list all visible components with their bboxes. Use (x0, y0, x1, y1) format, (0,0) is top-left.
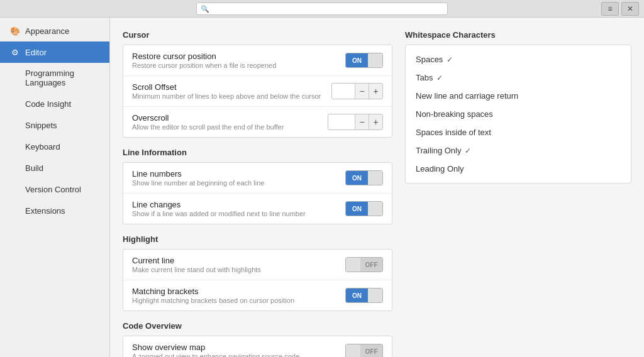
extensions-icon (10, 206, 20, 216)
restore-cursor-row: Restore cursor position Restore cursor p… (123, 45, 392, 76)
left-panel: Cursor Restore cursor position Restore c… (123, 28, 392, 347)
scroll-offset-title: Scroll Offset (132, 82, 324, 92)
line-numbers-toggle-label: ON (346, 171, 368, 185)
whitespace-spaces-label: Spaces (416, 55, 443, 64)
code-overview-settings-group: Show overview map A zoomed out view to e… (123, 336, 392, 357)
whitespace-newline-label: New line and carriage return (416, 91, 518, 101)
overscroll-decrement[interactable]: − (355, 114, 369, 129)
sidebar-label-version-control: Version Control (25, 185, 81, 194)
show-overview-map-row: Show overview map A zoomed out view to e… (123, 336, 392, 357)
restore-cursor-title: Restore cursor position (132, 52, 338, 61)
restore-cursor-control: ON (345, 53, 383, 68)
titlebar-controls: ≡ ✕ (601, 2, 639, 16)
overscroll-increment[interactable]: + (369, 114, 382, 129)
sidebar-label-keyboard: Keyboard (25, 142, 60, 151)
scroll-offset-stepper[interactable]: 3 − + (331, 83, 383, 99)
whitespace-nonbreaking-label: Non-breaking spaces (416, 109, 493, 119)
whitespace-spaces-inside[interactable]: Spaces inside of text (406, 123, 631, 141)
build-icon (10, 163, 20, 173)
matching-brackets-toggle-label: ON (346, 288, 368, 302)
line-numbers-toggle[interactable]: ON (345, 170, 383, 185)
show-overview-map-toggle[interactable]: OFF (345, 344, 383, 357)
whitespace-tabs-label: Tabs (416, 73, 433, 82)
code-insight-icon (10, 99, 20, 109)
whitespace-tabs[interactable]: Tabs ✓ (406, 69, 631, 87)
line-changes-thumb (368, 202, 382, 216)
restore-cursor-toggle[interactable]: ON (345, 53, 383, 68)
whitespace-panel: Spaces ✓ Tabs ✓ New line and carriage re… (405, 45, 631, 184)
editor-icon: ⚙ (10, 47, 20, 57)
restore-cursor-text: Restore cursor position Restore cursor p… (132, 52, 338, 69)
sidebar-label-programming-languages: Programming Languages (25, 69, 99, 87)
line-numbers-row: Line numbers Show line number at beginni… (123, 163, 392, 194)
matching-brackets-toggle[interactable]: ON (345, 288, 383, 303)
scroll-offset-decrement[interactable]: − (355, 84, 369, 99)
whitespace-leading-only[interactable]: Leading Only (406, 160, 631, 178)
whitespace-spaces-check: ✓ (447, 55, 453, 64)
snippets-icon (10, 120, 20, 130)
right-panel: Whitespace Characters Spaces ✓ Tabs ✓ Ne… (405, 28, 631, 347)
sidebar-item-build[interactable]: Build (0, 157, 109, 178)
menu-button[interactable]: ≡ (601, 2, 619, 16)
line-info-settings-group: Line numbers Show line number at beginni… (123, 162, 392, 224)
line-changes-toggle[interactable]: ON (345, 201, 383, 216)
sidebar-label-build: Build (25, 163, 43, 173)
whitespace-newline[interactable]: New line and carriage return (406, 87, 631, 105)
whitespace-nonbreaking[interactable]: Non-breaking spaces (406, 105, 631, 123)
line-changes-title: Line changes (132, 200, 338, 209)
line-changes-text: Line changes Show if a line was added or… (132, 200, 338, 217)
current-line-title: Current line (132, 256, 338, 265)
highlight-settings-group: Current line Make current line stand out… (123, 249, 392, 311)
scroll-offset-increment[interactable]: + (369, 84, 382, 99)
whitespace-trailing-only[interactable]: Trailing Only ✓ (406, 141, 631, 160)
overscroll-stepper[interactable]: -10 − + (328, 114, 383, 130)
matching-brackets-thumb (368, 288, 382, 302)
line-numbers-thumb (368, 171, 382, 185)
scroll-offset-text: Scroll Offset Minimum number of lines to… (132, 82, 324, 100)
search-input[interactable] (196, 3, 448, 15)
search-bar[interactable]: 🔍 (196, 3, 448, 15)
search-icon: 🔍 (201, 4, 209, 13)
keyboard-icon (10, 141, 20, 151)
sidebar-item-editor[interactable]: ⚙ Editor (0, 41, 109, 63)
sidebar-item-keyboard[interactable]: Keyboard (0, 136, 109, 157)
close-button[interactable]: ✕ (621, 2, 639, 16)
current-line-thumb (346, 258, 360, 272)
overscroll-control: -10 − + (328, 114, 383, 130)
whitespace-trailing-only-label: Trailing Only (416, 146, 461, 155)
line-changes-control: ON (345, 201, 383, 216)
highlight-section-header: Highlight (123, 234, 392, 244)
sidebar-item-code-insight[interactable]: Code Insight (0, 93, 109, 114)
whitespace-spaces[interactable]: Spaces ✓ (406, 50, 631, 69)
whitespace-trailing-only-check: ✓ (465, 146, 471, 155)
overscroll-value[interactable]: -10 (328, 116, 355, 129)
prog-lang-icon (10, 73, 20, 83)
whitespace-section-header: Whitespace Characters (405, 30, 631, 40)
whitespace-leading-only-label: Leading Only (416, 164, 464, 173)
matching-brackets-desc: Highlight matching brackets based on cur… (132, 297, 338, 304)
sidebar-item-version-control[interactable]: Version Control (0, 178, 109, 200)
scroll-offset-control: 3 − + (331, 83, 383, 99)
version-control-icon (10, 184, 20, 194)
main-layout: 🎨 Appearance ⚙ Editor Programming Langua… (0, 18, 644, 357)
overscroll-row: Overscroll Allow the editor to scroll pa… (123, 107, 392, 137)
scroll-offset-desc: Minimum number of lines to keep above an… (132, 92, 324, 100)
sidebar-item-appearance[interactable]: 🎨 Appearance (0, 20, 109, 41)
sidebar-label-appearance: Appearance (25, 26, 69, 36)
line-numbers-title: Line numbers (132, 169, 338, 178)
sidebar-item-programming-languages[interactable]: Programming Languages (0, 63, 109, 93)
sidebar-item-snippets[interactable]: Snippets (0, 114, 109, 136)
toggle-on-label: ON (346, 53, 368, 67)
current-line-toggle[interactable]: OFF (345, 257, 383, 272)
content-area: Cursor Restore cursor position Restore c… (110, 18, 644, 357)
overscroll-desc: Allow the editor to scroll past the end … (132, 123, 320, 131)
show-overview-map-title: Show overview map (132, 343, 338, 352)
matching-brackets-row: Matching brackets Highlight matching bra… (123, 280, 392, 310)
show-overview-map-toggle-label: OFF (360, 344, 382, 357)
sidebar-item-extensions[interactable]: Extensions (0, 200, 109, 221)
scroll-offset-value[interactable]: 3 (332, 85, 355, 98)
matching-brackets-title: Matching brackets (132, 287, 338, 296)
line-changes-toggle-label: ON (346, 202, 368, 216)
overscroll-text: Overscroll Allow the editor to scroll pa… (132, 113, 320, 131)
overscroll-title: Overscroll (132, 113, 320, 123)
